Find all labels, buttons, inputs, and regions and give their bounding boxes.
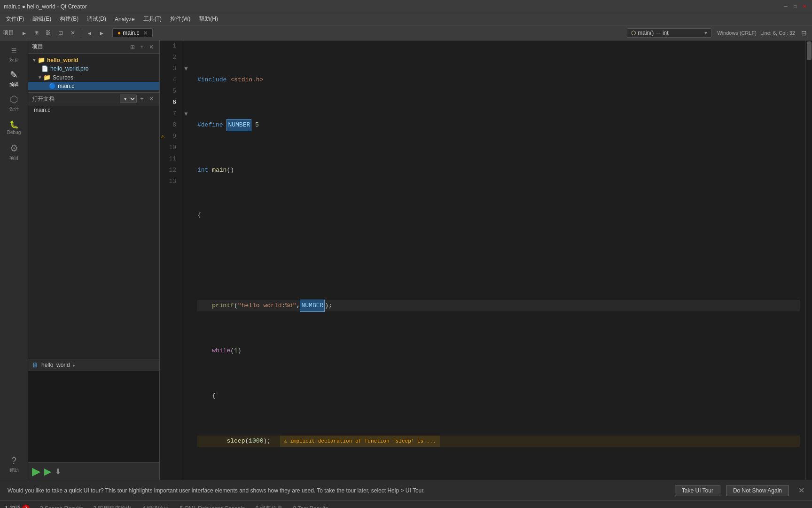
sidebar-welcome[interactable]: ≡ 欢迎 bbox=[2, 42, 26, 66]
editor-content[interactable]: 1 2 3 4 5 6 7 8 ⚠ 9 10 11 12 13 bbox=[160, 40, 812, 480]
run-button[interactable]: ▶ bbox=[32, 465, 40, 478]
edit-label: 编辑 bbox=[9, 81, 19, 88]
open-docs-header: 打开文档 ▾ + ✕ bbox=[28, 92, 159, 105]
printf-fn: printf bbox=[212, 300, 234, 311]
fold-3[interactable]: ▼ bbox=[183, 63, 189, 74]
tour-close-icon[interactable]: ✕ bbox=[798, 486, 804, 495]
btab-search[interactable]: 2 Search Results bbox=[35, 500, 87, 508]
func-icon: ⬡ bbox=[631, 30, 636, 36]
btab-app-output[interactable]: 3 应用程序输出 bbox=[88, 500, 136, 508]
tb-filter[interactable]: ⊞ bbox=[31, 28, 41, 38]
sources-arrow[interactable]: ▼ bbox=[38, 75, 42, 80]
line-10: 10 bbox=[160, 142, 179, 153]
editor-scrollbar[interactable] bbox=[805, 40, 812, 480]
tree-main-c[interactable]: 🔵 main.c bbox=[28, 82, 159, 90]
scrollbar-thumb[interactable] bbox=[807, 41, 812, 60]
btab-summary[interactable]: 6 概要信息 bbox=[250, 500, 287, 508]
sidebar-debug[interactable]: 🐛 Debug bbox=[2, 116, 26, 139]
tb-next[interactable]: ▸ bbox=[96, 28, 107, 38]
od-main-c[interactable]: main.c bbox=[28, 105, 159, 115]
line-6: 6 bbox=[160, 97, 179, 108]
debug-icon: 🐛 bbox=[9, 120, 19, 129]
fold-column: ▼ ▼ bbox=[183, 40, 192, 480]
debug-run-button[interactable]: ▶ bbox=[44, 466, 51, 477]
line-5: 5 bbox=[160, 86, 179, 97]
maximize-button[interactable]: □ bbox=[791, 3, 799, 10]
open-docs-close-btn[interactable]: ✕ bbox=[147, 95, 156, 103]
tb-split[interactable]: ⊟ bbox=[799, 28, 809, 38]
tb-link[interactable]: ⛓ bbox=[43, 28, 54, 38]
line-12: 12 bbox=[160, 165, 179, 176]
define-keyword: #define bbox=[197, 119, 223, 131]
menu-edit[interactable]: 编辑(E) bbox=[29, 14, 55, 24]
open-docs-add-btn[interactable]: + bbox=[138, 95, 146, 103]
tree-pro-file[interactable]: 📄 hello_world.pro bbox=[28, 64, 159, 73]
btab-qml[interactable]: 5 QML Debugger Console bbox=[175, 500, 250, 508]
sidebar-project[interactable]: ⚙ 项目 bbox=[2, 140, 26, 164]
project-tree: ▼ 📁 hello_world 📄 hello_world.pro ▼ 📁 So… bbox=[28, 54, 159, 92]
pro-file-icon: 📄 bbox=[41, 65, 48, 72]
line-9: ⚠ 9 bbox=[160, 131, 179, 142]
project-close-btn[interactable]: ✕ bbox=[147, 43, 156, 51]
code-editor[interactable]: #include <stdio.h> #define NUMBER 5 int bbox=[192, 40, 805, 480]
inline-warning-msg: ⚠ implicit declaration of function 'slee… bbox=[280, 436, 439, 447]
tb-close-panel[interactable]: ✕ bbox=[68, 28, 78, 38]
menu-tools[interactable]: 工具(T) bbox=[140, 14, 165, 24]
menu-debug[interactable]: 调试(D) bbox=[83, 14, 110, 24]
pro-file-label: hello_world.pro bbox=[50, 65, 88, 72]
tree-hello-world[interactable]: ▼ 📁 hello_world bbox=[28, 56, 159, 64]
code-line-8: { bbox=[197, 390, 800, 402]
btab-compile[interactable]: 4 编译输出 bbox=[137, 500, 174, 508]
code-line-4: { bbox=[197, 210, 800, 221]
project-icon: ⚙ bbox=[10, 143, 18, 154]
help-label: 帮助 bbox=[9, 467, 19, 474]
take-tour-button[interactable]: Take UI Tour bbox=[675, 485, 720, 496]
menu-build[interactable]: 构建(B) bbox=[56, 14, 82, 24]
sidebar-edit[interactable]: ✎ 编辑 bbox=[2, 67, 26, 90]
tab-bar: ● main.c ✕ bbox=[112, 28, 153, 37]
line-8: 8 bbox=[160, 119, 179, 131]
welcome-icon: ≡ bbox=[11, 45, 17, 56]
menu-help[interactable]: 帮助(H) bbox=[195, 14, 222, 24]
code-line-2: #define NUMBER 5 bbox=[197, 119, 800, 131]
printf-str: "hello world:%d" bbox=[238, 300, 297, 311]
menu-file[interactable]: 文件(F) bbox=[2, 14, 28, 24]
btab-app-output-label: 3 应用程序输出 bbox=[93, 505, 132, 508]
debug-device-arrow: ▸ bbox=[73, 363, 75, 368]
minimize-button[interactable]: ─ bbox=[782, 3, 789, 10]
tab-main-c[interactable]: ● main.c ✕ bbox=[112, 28, 153, 37]
fold-7[interactable]: ▼ bbox=[183, 108, 189, 119]
main-func: main bbox=[212, 165, 226, 176]
debug-run-section: ▶ ▶ ⬇ bbox=[28, 462, 159, 480]
menu-controls[interactable]: 控件(W) bbox=[166, 14, 194, 24]
project-add-btn[interactable]: + bbox=[138, 43, 146, 51]
main-c-icon: 🔵 bbox=[49, 83, 56, 89]
int-keyword: int bbox=[197, 165, 208, 176]
menu-analyze[interactable]: Analyze bbox=[111, 15, 139, 24]
sources-label: Sources bbox=[53, 74, 73, 81]
warning-icon-9: ⚠ bbox=[161, 131, 164, 142]
tb-expand[interactable]: ⊡ bbox=[55, 28, 66, 38]
editor-area: 1 2 3 4 5 6 7 8 ⚠ 9 10 11 12 13 bbox=[160, 40, 812, 480]
debug-device-icon: 🖥 bbox=[32, 361, 39, 369]
hello-world-icon: 📁 bbox=[38, 56, 45, 64]
sidebar-help[interactable]: ? 帮助 bbox=[2, 452, 26, 476]
window-controls: ─ □ ✕ bbox=[782, 3, 808, 10]
project-filter-btn[interactable]: ⊞ bbox=[128, 43, 137, 51]
close-button[interactable]: ✕ bbox=[801, 3, 808, 10]
tb-prev[interactable]: ◂ bbox=[84, 28, 94, 38]
tree-sources[interactable]: ▼ 📁 Sources bbox=[28, 73, 159, 82]
function-selector[interactable]: ⬡ main() → int ▾ bbox=[627, 28, 711, 38]
hello-world-arrow[interactable]: ▼ bbox=[32, 57, 37, 63]
tab-close-icon[interactable]: ✕ bbox=[143, 30, 148, 36]
sidebar-design[interactable]: ⬡ 设计 bbox=[2, 91, 26, 115]
step-button[interactable]: ⬇ bbox=[55, 467, 61, 476]
help-icon: ? bbox=[11, 455, 16, 466]
open-docs-sort[interactable]: ▾ bbox=[120, 95, 137, 103]
dismiss-tour-button[interactable]: Do Not Show Again bbox=[726, 485, 789, 496]
mini-editor-preview: 🖥 hello_world ▸ bbox=[28, 359, 159, 462]
btab-issues[interactable]: 1 问题 2 bbox=[0, 500, 34, 508]
tb-back[interactable]: ▸ bbox=[19, 28, 29, 38]
btab-test[interactable]: 8 Test Results bbox=[288, 500, 333, 508]
include-file: <stdio.h> bbox=[230, 74, 263, 86]
